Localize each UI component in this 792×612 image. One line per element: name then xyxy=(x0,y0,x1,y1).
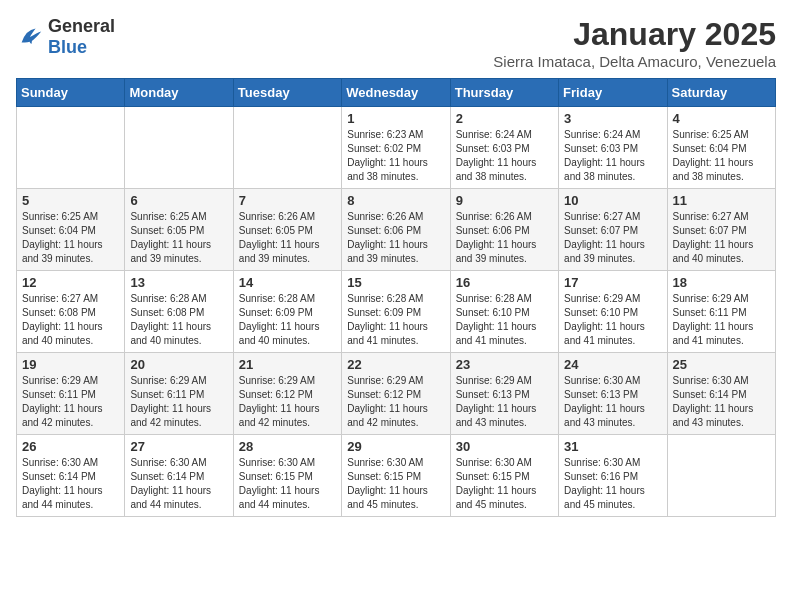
calendar-day-cell: 16Sunrise: 6:28 AM Sunset: 6:10 PM Dayli… xyxy=(450,271,558,353)
day-info: Sunrise: 6:30 AM Sunset: 6:16 PM Dayligh… xyxy=(564,456,661,512)
day-info: Sunrise: 6:26 AM Sunset: 6:06 PM Dayligh… xyxy=(347,210,444,266)
calendar-week-row: 19Sunrise: 6:29 AM Sunset: 6:11 PM Dayli… xyxy=(17,353,776,435)
day-info: Sunrise: 6:29 AM Sunset: 6:12 PM Dayligh… xyxy=(347,374,444,430)
calendar-day-cell: 5Sunrise: 6:25 AM Sunset: 6:04 PM Daylig… xyxy=(17,189,125,271)
calendar-day-cell: 25Sunrise: 6:30 AM Sunset: 6:14 PM Dayli… xyxy=(667,353,775,435)
day-info: Sunrise: 6:29 AM Sunset: 6:11 PM Dayligh… xyxy=(673,292,770,348)
calendar-day-cell: 14Sunrise: 6:28 AM Sunset: 6:09 PM Dayli… xyxy=(233,271,341,353)
calendar-day-cell: 1Sunrise: 6:23 AM Sunset: 6:02 PM Daylig… xyxy=(342,107,450,189)
day-number: 18 xyxy=(673,275,770,290)
calendar-day-cell: 31Sunrise: 6:30 AM Sunset: 6:16 PM Dayli… xyxy=(559,435,667,517)
day-info: Sunrise: 6:27 AM Sunset: 6:07 PM Dayligh… xyxy=(673,210,770,266)
calendar-day-cell: 15Sunrise: 6:28 AM Sunset: 6:09 PM Dayli… xyxy=(342,271,450,353)
logo: General Blue xyxy=(16,16,115,58)
day-info: Sunrise: 6:30 AM Sunset: 6:14 PM Dayligh… xyxy=(130,456,227,512)
day-info: Sunrise: 6:30 AM Sunset: 6:15 PM Dayligh… xyxy=(456,456,553,512)
day-number: 8 xyxy=(347,193,444,208)
day-info: Sunrise: 6:27 AM Sunset: 6:08 PM Dayligh… xyxy=(22,292,119,348)
calendar-day-cell: 7Sunrise: 6:26 AM Sunset: 6:05 PM Daylig… xyxy=(233,189,341,271)
calendar-header-row: SundayMondayTuesdayWednesdayThursdayFrid… xyxy=(17,79,776,107)
day-number: 23 xyxy=(456,357,553,372)
page-header: General Blue January 2025 Sierra Imataca… xyxy=(16,16,776,70)
day-number: 9 xyxy=(456,193,553,208)
day-number: 31 xyxy=(564,439,661,454)
calendar-day-cell: 21Sunrise: 6:29 AM Sunset: 6:12 PM Dayli… xyxy=(233,353,341,435)
day-info: Sunrise: 6:28 AM Sunset: 6:08 PM Dayligh… xyxy=(130,292,227,348)
day-number: 28 xyxy=(239,439,336,454)
calendar-day-cell: 18Sunrise: 6:29 AM Sunset: 6:11 PM Dayli… xyxy=(667,271,775,353)
calendar-day-cell: 13Sunrise: 6:28 AM Sunset: 6:08 PM Dayli… xyxy=(125,271,233,353)
calendar-day-cell: 17Sunrise: 6:29 AM Sunset: 6:10 PM Dayli… xyxy=(559,271,667,353)
day-number: 3 xyxy=(564,111,661,126)
day-number: 25 xyxy=(673,357,770,372)
day-number: 20 xyxy=(130,357,227,372)
day-number: 12 xyxy=(22,275,119,290)
calendar-day-cell: 28Sunrise: 6:30 AM Sunset: 6:15 PM Dayli… xyxy=(233,435,341,517)
day-info: Sunrise: 6:30 AM Sunset: 6:14 PM Dayligh… xyxy=(673,374,770,430)
day-info: Sunrise: 6:30 AM Sunset: 6:15 PM Dayligh… xyxy=(347,456,444,512)
calendar-day-cell: 4Sunrise: 6:25 AM Sunset: 6:04 PM Daylig… xyxy=(667,107,775,189)
day-number: 17 xyxy=(564,275,661,290)
calendar-day-cell xyxy=(233,107,341,189)
calendar-day-cell: 26Sunrise: 6:30 AM Sunset: 6:14 PM Dayli… xyxy=(17,435,125,517)
day-number: 13 xyxy=(130,275,227,290)
calendar-day-cell xyxy=(125,107,233,189)
day-number: 11 xyxy=(673,193,770,208)
day-info: Sunrise: 6:28 AM Sunset: 6:10 PM Dayligh… xyxy=(456,292,553,348)
calendar-day-cell: 29Sunrise: 6:30 AM Sunset: 6:15 PM Dayli… xyxy=(342,435,450,517)
day-info: Sunrise: 6:29 AM Sunset: 6:11 PM Dayligh… xyxy=(130,374,227,430)
calendar-day-cell: 20Sunrise: 6:29 AM Sunset: 6:11 PM Dayli… xyxy=(125,353,233,435)
day-number: 22 xyxy=(347,357,444,372)
day-info: Sunrise: 6:28 AM Sunset: 6:09 PM Dayligh… xyxy=(239,292,336,348)
day-info: Sunrise: 6:30 AM Sunset: 6:13 PM Dayligh… xyxy=(564,374,661,430)
day-number: 10 xyxy=(564,193,661,208)
day-info: Sunrise: 6:23 AM Sunset: 6:02 PM Dayligh… xyxy=(347,128,444,184)
day-number: 5 xyxy=(22,193,119,208)
day-number: 6 xyxy=(130,193,227,208)
day-of-week-header: Sunday xyxy=(17,79,125,107)
day-info: Sunrise: 6:25 AM Sunset: 6:04 PM Dayligh… xyxy=(673,128,770,184)
day-number: 26 xyxy=(22,439,119,454)
day-info: Sunrise: 6:30 AM Sunset: 6:15 PM Dayligh… xyxy=(239,456,336,512)
day-of-week-header: Thursday xyxy=(450,79,558,107)
day-info: Sunrise: 6:24 AM Sunset: 6:03 PM Dayligh… xyxy=(564,128,661,184)
calendar-day-cell: 22Sunrise: 6:29 AM Sunset: 6:12 PM Dayli… xyxy=(342,353,450,435)
day-number: 24 xyxy=(564,357,661,372)
day-number: 29 xyxy=(347,439,444,454)
day-info: Sunrise: 6:29 AM Sunset: 6:10 PM Dayligh… xyxy=(564,292,661,348)
day-number: 7 xyxy=(239,193,336,208)
calendar-subtitle: Sierra Imataca, Delta Amacuro, Venezuela xyxy=(493,53,776,70)
day-of-week-header: Wednesday xyxy=(342,79,450,107)
calendar-day-cell: 30Sunrise: 6:30 AM Sunset: 6:15 PM Dayli… xyxy=(450,435,558,517)
calendar-day-cell: 6Sunrise: 6:25 AM Sunset: 6:05 PM Daylig… xyxy=(125,189,233,271)
day-number: 2 xyxy=(456,111,553,126)
day-number: 19 xyxy=(22,357,119,372)
calendar-day-cell: 23Sunrise: 6:29 AM Sunset: 6:13 PM Dayli… xyxy=(450,353,558,435)
day-info: Sunrise: 6:29 AM Sunset: 6:13 PM Dayligh… xyxy=(456,374,553,430)
day-of-week-header: Tuesday xyxy=(233,79,341,107)
day-of-week-header: Friday xyxy=(559,79,667,107)
day-info: Sunrise: 6:25 AM Sunset: 6:05 PM Dayligh… xyxy=(130,210,227,266)
calendar-day-cell: 3Sunrise: 6:24 AM Sunset: 6:03 PM Daylig… xyxy=(559,107,667,189)
day-of-week-header: Monday xyxy=(125,79,233,107)
calendar-week-row: 12Sunrise: 6:27 AM Sunset: 6:08 PM Dayli… xyxy=(17,271,776,353)
calendar-day-cell: 27Sunrise: 6:30 AM Sunset: 6:14 PM Dayli… xyxy=(125,435,233,517)
day-number: 30 xyxy=(456,439,553,454)
day-number: 27 xyxy=(130,439,227,454)
calendar-day-cell: 24Sunrise: 6:30 AM Sunset: 6:13 PM Dayli… xyxy=(559,353,667,435)
calendar-day-cell: 8Sunrise: 6:26 AM Sunset: 6:06 PM Daylig… xyxy=(342,189,450,271)
calendar-day-cell: 12Sunrise: 6:27 AM Sunset: 6:08 PM Dayli… xyxy=(17,271,125,353)
calendar-day-cell: 10Sunrise: 6:27 AM Sunset: 6:07 PM Dayli… xyxy=(559,189,667,271)
calendar-day-cell xyxy=(17,107,125,189)
day-info: Sunrise: 6:27 AM Sunset: 6:07 PM Dayligh… xyxy=(564,210,661,266)
day-of-week-header: Saturday xyxy=(667,79,775,107)
calendar-day-cell: 9Sunrise: 6:26 AM Sunset: 6:06 PM Daylig… xyxy=(450,189,558,271)
day-number: 14 xyxy=(239,275,336,290)
day-info: Sunrise: 6:29 AM Sunset: 6:11 PM Dayligh… xyxy=(22,374,119,430)
day-number: 16 xyxy=(456,275,553,290)
logo-bird-icon xyxy=(16,23,44,51)
logo-general-text: General xyxy=(48,16,115,36)
calendar-week-row: 1Sunrise: 6:23 AM Sunset: 6:02 PM Daylig… xyxy=(17,107,776,189)
title-block: January 2025 Sierra Imataca, Delta Amacu… xyxy=(493,16,776,70)
day-info: Sunrise: 6:28 AM Sunset: 6:09 PM Dayligh… xyxy=(347,292,444,348)
